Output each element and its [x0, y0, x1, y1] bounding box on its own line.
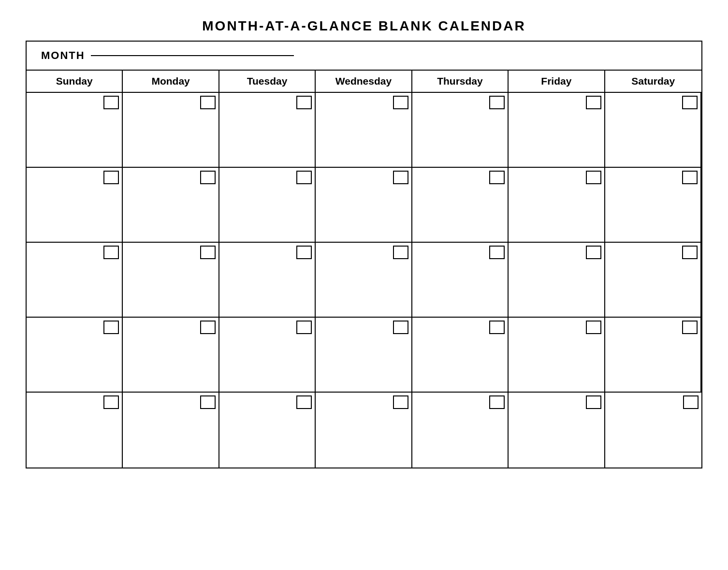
day-header-monday: Monday	[123, 71, 219, 92]
date-box	[296, 395, 312, 409]
day-header-tuesday: Tuesday	[219, 71, 316, 92]
cell-w4-thu[interactable]	[412, 318, 509, 393]
date-box	[683, 395, 699, 409]
cell-w4-sat[interactable]	[605, 318, 701, 393]
date-box	[489, 321, 505, 334]
date-box	[296, 321, 312, 334]
calendar-container: MONTH Sunday Monday Tuesday Wednesday Th…	[26, 41, 702, 468]
date-box	[682, 246, 698, 259]
cell-w4-sun[interactable]	[27, 318, 123, 393]
date-box	[296, 171, 312, 184]
cell-w1-tue[interactable]	[219, 93, 316, 168]
month-line	[91, 55, 294, 56]
date-box	[586, 395, 601, 409]
cell-w3-sun[interactable]	[27, 243, 123, 318]
day-header-thursday: Thursday	[412, 71, 509, 92]
cell-w3-fri[interactable]	[509, 243, 605, 318]
cell-w2-sat[interactable]	[605, 168, 701, 243]
cell-w4-wed[interactable]	[316, 318, 412, 393]
date-box	[393, 246, 408, 259]
date-box	[103, 171, 119, 184]
date-box	[393, 395, 408, 409]
cell-w2-mon[interactable]	[123, 168, 219, 243]
date-box	[296, 246, 312, 259]
date-box	[586, 171, 601, 184]
cell-w3-thu[interactable]	[412, 243, 509, 318]
cell-w1-sat[interactable]	[605, 93, 701, 168]
date-box	[489, 395, 505, 409]
cell-w4-fri[interactable]	[509, 318, 605, 393]
date-box	[393, 171, 408, 184]
cell-w2-sun[interactable]	[27, 168, 123, 243]
day-header-saturday: Saturday	[605, 71, 701, 92]
cell-w1-sun[interactable]	[27, 93, 123, 168]
cell-w2-tue[interactable]	[219, 168, 316, 243]
date-box	[103, 395, 119, 409]
calendar-grid	[27, 93, 701, 468]
date-box	[682, 321, 698, 334]
cell-w3-wed[interactable]	[316, 243, 412, 318]
cell-w5-sun[interactable]	[27, 393, 123, 468]
date-box	[200, 246, 216, 259]
date-box	[296, 96, 312, 109]
cell-w1-mon[interactable]	[123, 93, 219, 168]
cell-w4-mon[interactable]	[123, 318, 219, 393]
calendar-page: MONTH-AT-A-GLANCE BLANK CALENDAR MONTH S…	[26, 10, 702, 468]
date-box	[586, 246, 601, 259]
days-header: Sunday Monday Tuesday Wednesday Thursday…	[27, 71, 701, 93]
cell-w5-thu[interactable]	[412, 393, 509, 468]
cell-w5-mon[interactable]	[123, 393, 219, 468]
day-header-sunday: Sunday	[27, 71, 123, 92]
cell-w5-fri[interactable]	[509, 393, 605, 468]
cell-w1-wed[interactable]	[316, 93, 412, 168]
date-box	[103, 246, 119, 259]
date-box	[586, 321, 601, 334]
cell-w1-thu[interactable]	[412, 93, 509, 168]
date-box	[200, 321, 216, 334]
cell-w5-sat[interactable]	[605, 393, 701, 468]
date-box	[200, 171, 216, 184]
date-box	[200, 395, 216, 409]
cell-w2-thu[interactable]	[412, 168, 509, 243]
date-box	[489, 171, 505, 184]
date-box	[489, 246, 505, 259]
date-box	[200, 96, 216, 109]
date-box	[393, 321, 408, 334]
page-title: MONTH-AT-A-GLANCE BLANK CALENDAR	[26, 10, 702, 41]
cell-w3-sat[interactable]	[605, 243, 701, 318]
cell-w1-fri[interactable]	[509, 93, 605, 168]
date-box	[393, 96, 408, 109]
cell-w3-tue[interactable]	[219, 243, 316, 318]
date-box	[103, 96, 119, 109]
month-label: MONTH	[41, 49, 85, 62]
cell-w2-fri[interactable]	[509, 168, 605, 243]
day-header-wednesday: Wednesday	[316, 71, 412, 92]
cell-w2-wed[interactable]	[316, 168, 412, 243]
cell-w4-tue[interactable]	[219, 318, 316, 393]
date-box	[682, 96, 698, 109]
date-box	[103, 321, 119, 334]
month-row: MONTH	[27, 42, 701, 71]
cell-w5-wed[interactable]	[316, 393, 412, 468]
date-box	[586, 96, 601, 109]
cell-w5-tue[interactable]	[219, 393, 316, 468]
date-box	[489, 96, 505, 109]
cell-w3-mon[interactable]	[123, 243, 219, 318]
date-box	[682, 171, 698, 184]
day-header-friday: Friday	[509, 71, 605, 92]
